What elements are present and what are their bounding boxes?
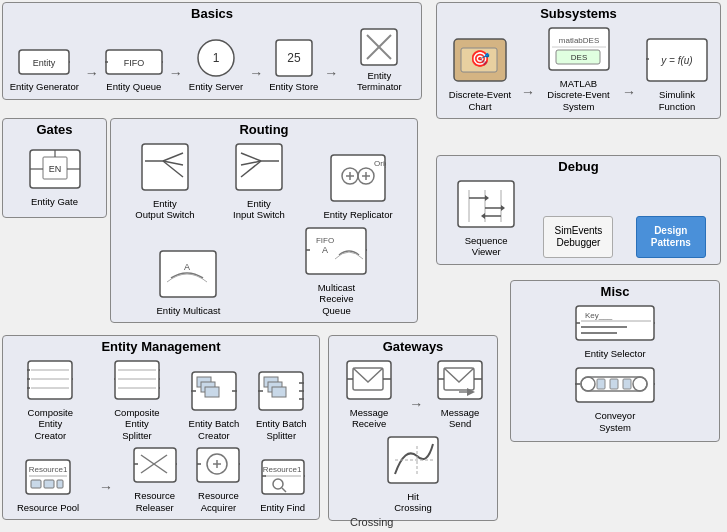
svg-rect-55 [306,228,366,274]
entity-terminator-item[interactable]: Entity Terminator [344,27,414,93]
entity-selector-item[interactable]: Key___ Entity Selector [519,305,711,359]
gates-title: Gates [3,119,106,139]
subsystems-title: Subsystems [437,3,720,23]
sequence-viewer-item[interactable]: Sequence Viewer [451,180,521,258]
svg-text:FIFO: FIFO [316,236,334,245]
entity-batch-splitter-item[interactable]: Entity BatchSplitter [256,371,307,441]
hit-crossing-icon [387,436,439,488]
arrow3: → [249,65,263,93]
svg-text:Entity: Entity [33,58,56,68]
sequence-viewer-label: Sequence Viewer [451,235,521,258]
entity-store-label: Entity Store [269,81,318,92]
subsys-arrow2: → [622,84,636,112]
entity-replicator-label: Entity Replicator [323,209,392,220]
composite-entity-splitter-item[interactable]: Composite EntitySplitter [102,360,172,441]
svg-rect-103 [31,480,41,488]
gateways-panel: Gateways Message Receive → [328,335,498,521]
hit-crossing-item[interactable]: HitCrossing [387,436,439,514]
entity-queue-label: Entity Queue [106,81,161,92]
resource-pool-label: Resource Pool [17,502,79,513]
entity-terminator-label: Entity Terminator [344,70,414,93]
entity-terminator-icon [359,27,399,67]
sequence-viewer-icon [457,180,515,232]
simulink-function-item[interactable]: y = f(u) Simulink Function [642,38,712,112]
entity-find-icon: Resource1 [261,459,305,499]
entity-find-label: Entity Find [260,502,305,513]
svg-text:EN: EN [48,164,61,174]
svg-text:matlabDES: matlabDES [558,36,598,45]
svg-rect-150 [623,379,631,389]
debug-title: Debug [437,156,720,176]
multicast-receive-queue-item[interactable]: FIFO A Multicast ReceiveQueue [301,227,371,316]
svg-rect-70 [28,361,72,399]
gates-panel: Gates EN Entity Gate [2,118,107,218]
svg-text:Orig: Orig [374,159,386,168]
svg-text:Resource1: Resource1 [29,465,68,474]
resource-releaser-label: ResourceReleaser [134,490,175,513]
svg-rect-35 [142,144,188,190]
svg-text:🎯: 🎯 [470,49,490,68]
matlab-des-label: MATLAB Discrete-Event System [541,78,616,112]
entity-multicast-icon: A [159,250,217,302]
svg-rect-104 [44,480,54,488]
entity-input-switch-item[interactable]: EntityInput Switch [233,143,285,221]
entity-find-item[interactable]: Resource1 Entity Find [260,459,305,513]
composite-entity-creator-icon [27,360,73,404]
resource-releaser-item[interactable]: ResourceReleaser [133,447,177,513]
message-receive-icon [346,360,392,404]
conveyor-system-item[interactable]: Conveyor System [519,367,711,433]
hit-crossing-label: HitCrossing [394,491,432,514]
message-receive-label: Message Receive [335,407,403,430]
composite-entity-creator-label: Composite EntityCreator [15,407,85,441]
entity-batch-creator-item[interactable]: Entity BatchCreator [189,371,240,441]
entity-batch-splitter-icon [258,371,304,415]
entity-store-icon: 25 [274,38,314,78]
svg-rect-105 [57,480,63,488]
routing-title: Routing [111,119,417,139]
basics-panel: Basics Entity Entity Generator → FIFO En [2,2,422,100]
entity-server-item[interactable]: 1 Entity Server [189,38,243,92]
entity-queue-item[interactable]: FIFO Entity Queue [105,46,163,92]
entity-multicast-item[interactable]: A Entity Multicast [157,250,221,316]
entity-gate-item[interactable]: EN Entity Gate [29,149,81,207]
crossing-bottom-label: Crossing [350,516,393,528]
basics-title: Basics [3,3,421,23]
entity-store-item[interactable]: 25 Entity Store [269,38,318,92]
resource-pool-item[interactable]: Resource1 Resource Pool [17,459,79,513]
entity-multicast-label: Entity Multicast [157,305,221,316]
resource-acquirer-item[interactable]: ResourceAcquirer [196,447,240,513]
simevents-debugger-item[interactable]: SimEventsDebugger [543,216,613,258]
svg-rect-78 [115,361,159,399]
svg-rect-95 [272,387,286,397]
svg-text:FIFO: FIFO [124,58,145,68]
svg-text:Key___: Key___ [585,311,613,320]
design-patterns-item[interactable]: DesignPatterns [636,216,706,258]
discrete-event-chart-icon: 🎯 [453,38,507,86]
simulink-function-icon: y = f(u) [646,38,708,86]
discrete-event-chart-item[interactable]: 🎯 Discrete-Event Chart [445,38,515,112]
subsystems-panel: Subsystems 🎯 Discrete-Event Chart → matl… [436,2,721,119]
entity-input-switch-label: EntityInput Switch [233,198,285,221]
entity-selector-icon: Key___ [575,305,655,345]
entity-gate-label: Entity Gate [31,196,78,207]
svg-rect-148 [597,379,605,389]
design-patterns-label: DesignPatterns [651,225,691,249]
composite-entity-creator-item[interactable]: Composite EntityCreator [15,360,85,441]
arrow1: → [85,65,99,93]
debug-panel: Debug Sequence Viewer SimEventsDebugger [436,155,721,265]
message-send-item[interactable]: Message Send [429,360,491,430]
message-receive-item[interactable]: Message Receive [335,360,403,430]
entity-input-switch-icon [235,143,283,195]
subsys-arrow1: → [521,84,535,112]
entity-management-panel: Entity Management Composite EntityCreato… [2,335,320,520]
conveyor-system-label: Conveyor System [580,410,650,433]
simevents-debugger-button[interactable]: SimEventsDebugger [543,216,613,258]
design-patterns-button[interactable]: DesignPatterns [636,216,706,258]
entity-output-switch-item[interactable]: EntityOutput Switch [135,143,194,221]
entity-generator-item[interactable]: Entity Entity Generator [10,46,79,92]
svg-text:A: A [184,262,190,272]
matlab-des-item[interactable]: matlabDES DES MATLAB Discrete-Event Syst… [541,27,616,112]
multicast-receive-queue-label: Multicast ReceiveQueue [301,282,371,316]
simulink-function-label: Simulink Function [642,89,712,112]
entity-replicator-item[interactable]: Orig Entity Replicator [323,154,392,220]
